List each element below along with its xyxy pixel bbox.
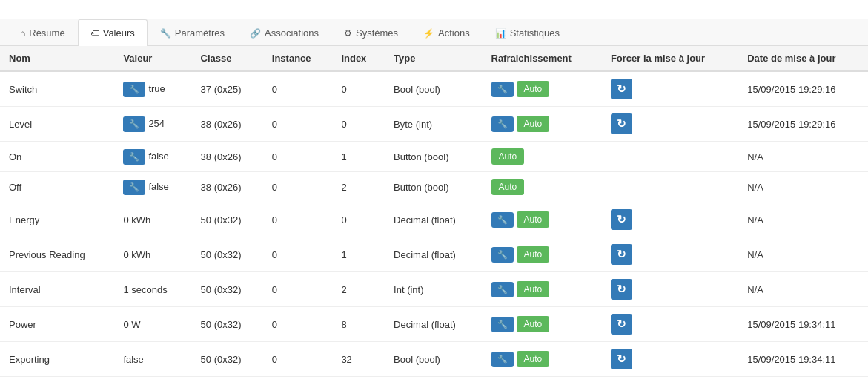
- wrench-button[interactable]: 🔧: [123, 82, 145, 97]
- home-icon: ⌂: [20, 28, 25, 39]
- tab-actions[interactable]: ⚡Actions: [411, 19, 483, 46]
- refresh-icon: ↻: [617, 317, 626, 331]
- tab-statistiques[interactable]: 📊Statistiques: [483, 19, 572, 46]
- value-text: 0 kWh: [123, 249, 150, 260]
- tab-systemes[interactable]: ⚙Systèmes: [331, 19, 411, 46]
- cell-force: ↻: [602, 272, 738, 307]
- table-row: On🔧false38 (0x26)01Button (bool)AutoN/A: [0, 142, 868, 172]
- cell-valeur: 0 kWh: [114, 202, 191, 237]
- wrench-button[interactable]: 🔧: [123, 149, 145, 165]
- cell-force: ↻: [602, 107, 738, 142]
- cell-classe: 50 (0x32): [192, 272, 263, 307]
- value-text: false: [148, 181, 168, 192]
- refresh-icon: ↻: [617, 352, 626, 366]
- force-refresh-button[interactable]: ↻: [611, 113, 632, 134]
- force-refresh-button[interactable]: ↻: [611, 279, 632, 300]
- cell-type: Byte (int): [385, 107, 482, 142]
- force-refresh-button[interactable]: ↻: [611, 314, 632, 335]
- col-header: Nom: [0, 46, 114, 71]
- cell-date: 15/09/2015 19:29:16: [738, 71, 868, 107]
- cell-date: N/A: [738, 202, 868, 237]
- refresh-wrench-button[interactable]: 🔧: [491, 116, 514, 132]
- table-row: Energy0 kWh50 (0x32)00Decimal (float)🔧Au…: [0, 202, 868, 237]
- refresh-wrench-button[interactable]: 🔧: [491, 352, 514, 367]
- refresh-action-group: Auto: [491, 179, 593, 195]
- wrench-icon: 🔧: [129, 152, 139, 162]
- wrench-icon: 🔧: [497, 250, 508, 260]
- wrench-icon: 🔧: [497, 320, 508, 329]
- auto-button[interactable]: Auto: [517, 211, 550, 228]
- cell-valeur: false: [114, 342, 191, 377]
- refresh-icon: ↻: [617, 82, 626, 96]
- cell-index: 2: [332, 172, 385, 202]
- wrench-button[interactable]: 🔧: [123, 116, 145, 132]
- cell-classe: 38 (0x26): [192, 172, 263, 202]
- auto-button[interactable]: Auto: [491, 179, 525, 195]
- tab-associations[interactable]: 🔗Associations: [237, 19, 331, 46]
- auto-button[interactable]: Auto: [517, 351, 550, 367]
- chart-icon: 📊: [495, 28, 506, 39]
- link-icon: 🔗: [250, 28, 261, 39]
- auto-button[interactable]: Auto: [517, 281, 550, 297]
- auto-button[interactable]: Auto: [517, 116, 550, 132]
- tab-parametres[interactable]: 🔧Paramètres: [148, 19, 237, 46]
- value-text: 254: [148, 118, 165, 129]
- refresh-wrench-button[interactable]: 🔧: [491, 317, 514, 332]
- bolt-icon: ⚡: [423, 28, 434, 39]
- cell-index: 1: [332, 237, 385, 272]
- col-header: Rafraichissement: [483, 46, 602, 71]
- table-row: Previous Reading0 kWh50 (0x32)01Decimal …: [0, 237, 868, 272]
- cell-index: 8: [332, 307, 385, 342]
- wrench-icon: 🔧: [160, 28, 171, 39]
- refresh-icon: ↻: [617, 248, 626, 261]
- tab-valeurs[interactable]: 🏷Valeurs: [78, 19, 148, 46]
- wrench-icon: 🔧: [129, 85, 139, 94]
- force-refresh-button[interactable]: ↻: [611, 244, 632, 265]
- auto-button[interactable]: Auto: [491, 148, 525, 165]
- cell-force: ↻: [602, 307, 738, 342]
- tab-label-valeurs: Valeurs: [103, 27, 135, 39]
- cell-force: ↻: [602, 342, 738, 377]
- values-table: NomValeurClasseInstanceIndexTypeRafraich…: [0, 46, 868, 377]
- auto-button[interactable]: Auto: [517, 246, 550, 263]
- refresh-action-group: 🔧Auto: [491, 211, 593, 228]
- table-row: Interval1 seconds50 (0x32)02Int (int)🔧Au…: [0, 272, 868, 307]
- force-refresh-button[interactable]: ↻: [611, 349, 632, 369]
- value-text: false: [148, 151, 168, 162]
- cell-nom: Interval: [0, 272, 114, 307]
- cell-valeur: 🔧254: [114, 107, 191, 142]
- value-text: false: [123, 354, 143, 365]
- refresh-wrench-button[interactable]: 🔧: [491, 282, 514, 297]
- cell-classe: 50 (0x32): [192, 307, 263, 342]
- cell-valeur: 🔧true: [114, 71, 191, 107]
- refresh-wrench-button[interactable]: 🔧: [491, 212, 514, 228]
- table-row: Level🔧25438 (0x26)00Byte (int)🔧Auto↻15/0…: [0, 107, 868, 142]
- wrench-button[interactable]: 🔧: [123, 180, 145, 195]
- value-text: 0 kWh: [123, 214, 150, 225]
- col-header: Index: [332, 46, 385, 71]
- force-refresh-button[interactable]: ↻: [611, 209, 632, 230]
- refresh-action-group: 🔧Auto: [491, 246, 593, 263]
- cell-rafraichissement: 🔧Auto: [483, 272, 602, 307]
- cell-date: N/A: [738, 272, 868, 307]
- wrench-icon: 🔧: [497, 285, 508, 294]
- table-header: NomValeurClasseInstanceIndexTypeRafraich…: [0, 46, 868, 71]
- cell-rafraichissement: 🔧Auto: [483, 202, 602, 237]
- refresh-wrench-button[interactable]: 🔧: [491, 247, 514, 263]
- table-row: Power0 W50 (0x32)08Decimal (float)🔧Auto↻…: [0, 307, 868, 342]
- force-refresh-button[interactable]: ↻: [611, 79, 632, 99]
- refresh-action-group: 🔧Auto: [491, 281, 593, 297]
- cell-instance: 0: [263, 107, 333, 142]
- col-header: Date de mise à jour: [738, 46, 868, 71]
- tag-icon: 🏷: [90, 28, 99, 39]
- refresh-wrench-button[interactable]: 🔧: [491, 82, 514, 97]
- cell-type: Decimal (float): [385, 237, 482, 272]
- cell-nom: Switch: [0, 71, 114, 107]
- auto-button[interactable]: Auto: [517, 81, 550, 97]
- tab-resume[interactable]: ⌂Résumé: [7, 19, 78, 46]
- cell-instance: 0: [263, 172, 333, 202]
- refresh-action-group: 🔧Auto: [491, 116, 593, 132]
- cell-force: ↻: [602, 237, 738, 272]
- cell-classe: 50 (0x32): [192, 202, 263, 237]
- auto-button[interactable]: Auto: [517, 316, 550, 332]
